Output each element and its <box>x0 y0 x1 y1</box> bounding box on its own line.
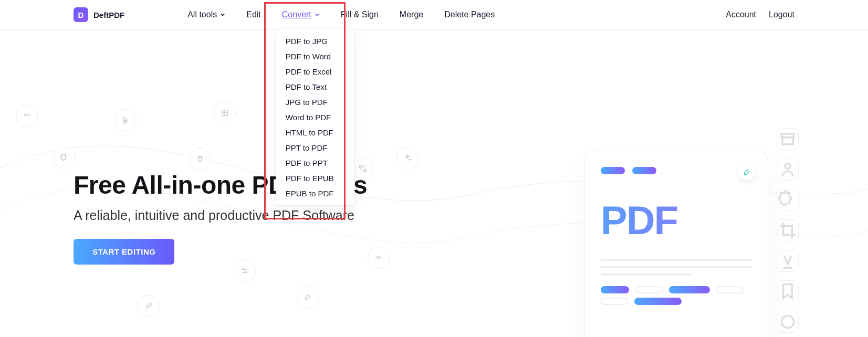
account-nav: Account Logout <box>726 10 794 19</box>
logo[interactable]: D DeftPDF <box>74 7 124 22</box>
main-nav: All tools Edit Convert PDF to JPG PDF to… <box>187 10 495 19</box>
nav-label: All tools <box>187 10 217 19</box>
pencil-icon <box>738 164 755 181</box>
dropdown-item-jpg-to-pdf[interactable]: JPG to PDF <box>276 94 354 110</box>
chevron-down-icon <box>220 12 225 17</box>
convert-dropdown: PDF to JPG PDF to Word PDF to Excel PDF … <box>276 29 354 206</box>
dropdown-item-html-to-pdf[interactable]: HTML to PDF <box>276 125 354 140</box>
hero-right: PDF <box>584 82 794 337</box>
nav-logout[interactable]: Logout <box>769 10 794 19</box>
logo-icon: D <box>74 7 88 22</box>
pdf-label: PDF <box>601 197 752 243</box>
dropdown-item-pdf-to-ppt[interactable]: PDF to PPT <box>276 155 354 171</box>
dropdown-item-ppt-to-pdf[interactable]: PPT to PDF <box>276 140 354 155</box>
nav-fill-sign[interactable]: Fill & Sign <box>341 10 379 19</box>
nav-account[interactable]: Account <box>726 10 756 19</box>
hero-subtitle: A reliable, intuitive and productive PDF… <box>74 208 584 223</box>
nav-merge[interactable]: Merge <box>400 10 423 19</box>
header: D DeftPDF All tools Edit Convert PDF to … <box>0 0 868 30</box>
start-editing-button[interactable]: START EDITING <box>74 239 174 265</box>
nav-edit[interactable]: Edit <box>246 10 261 19</box>
nav-all-tools[interactable]: All tools <box>187 10 225 19</box>
nav-label: Delete Pages <box>444 10 495 19</box>
dropdown-item-word-to-pdf[interactable]: Word to PDF <box>276 110 354 125</box>
nav-delete-pages[interactable]: Delete Pages <box>444 10 495 19</box>
dropdown-item-pdf-to-word[interactable]: PDF to Word <box>276 49 354 64</box>
document-illustration: PDF <box>584 151 768 337</box>
nav-label: Merge <box>400 10 423 19</box>
dropdown-item-pdf-to-text[interactable]: PDF to Text <box>276 79 354 94</box>
dropdown-item-epub-to-pdf[interactable]: EPUB to PDF <box>276 186 354 201</box>
dropdown-item-pdf-to-jpg[interactable]: PDF to JPG <box>276 34 354 49</box>
dropdown-item-pdf-to-excel[interactable]: PDF to Excel <box>276 64 354 79</box>
nav-label: Fill & Sign <box>341 10 379 19</box>
logo-text: DeftPDF <box>93 10 124 19</box>
nav-convert[interactable]: Convert PDF to JPG PDF to Word PDF to Ex… <box>282 10 320 19</box>
dropdown-item-pdf-to-epub[interactable]: PDF to EPUB <box>276 171 354 186</box>
nav-label: Convert <box>282 10 311 19</box>
hero-section: Free All-in-one PDF tools A reliable, in… <box>0 82 868 337</box>
nav-label: Edit <box>246 10 261 19</box>
chevron-down-icon <box>315 12 320 17</box>
